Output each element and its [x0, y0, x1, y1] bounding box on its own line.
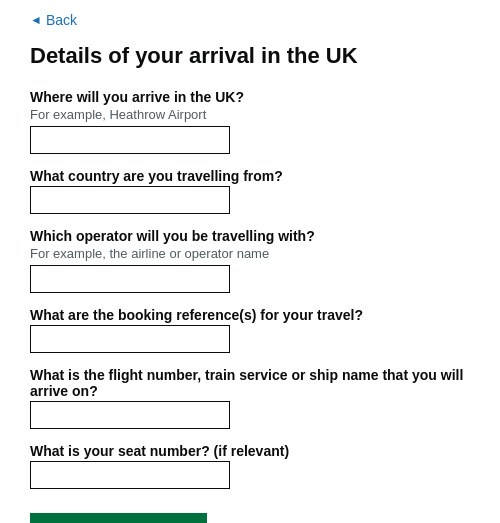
back-arrow-icon: ◄	[30, 13, 42, 27]
form-group-booking-reference: What are the booking reference(s) for yo…	[30, 307, 470, 353]
form-group-arrival-place: Where will you arrive in the UK?For exam…	[30, 89, 470, 154]
back-link[interactable]: ◄ Back	[30, 12, 470, 28]
label-booking-reference: What are the booking reference(s) for yo…	[30, 307, 470, 323]
save-continue-button[interactable]: Save and continue	[30, 513, 207, 523]
input-booking-reference[interactable]	[30, 325, 230, 353]
input-seat-number[interactable]	[30, 461, 230, 489]
back-anchor[interactable]: Back	[46, 12, 77, 28]
input-arrival-place[interactable]	[30, 126, 230, 154]
page-title: Details of your arrival in the UK	[30, 42, 470, 71]
label-country-from: What country are you travelling from?	[30, 168, 470, 184]
label-flight-number: What is the flight number, train service…	[30, 367, 470, 399]
form-group-country-from: What country are you travelling from?	[30, 168, 470, 214]
form-group-operator: Which operator will you be travelling wi…	[30, 228, 470, 293]
label-arrival-place: Where will you arrive in the UK?	[30, 89, 470, 105]
form-group-seat-number: What is your seat number? (if relevant)	[30, 443, 470, 489]
input-operator[interactable]	[30, 265, 230, 293]
form-group-flight-number: What is the flight number, train service…	[30, 367, 470, 429]
hint-operator: For example, the airline or operator nam…	[30, 246, 470, 261]
input-country-from[interactable]	[30, 186, 230, 214]
input-flight-number[interactable]	[30, 401, 230, 429]
label-operator: Which operator will you be travelling wi…	[30, 228, 470, 244]
hint-arrival-place: For example, Heathrow Airport	[30, 107, 470, 122]
label-seat-number: What is your seat number? (if relevant)	[30, 443, 470, 459]
